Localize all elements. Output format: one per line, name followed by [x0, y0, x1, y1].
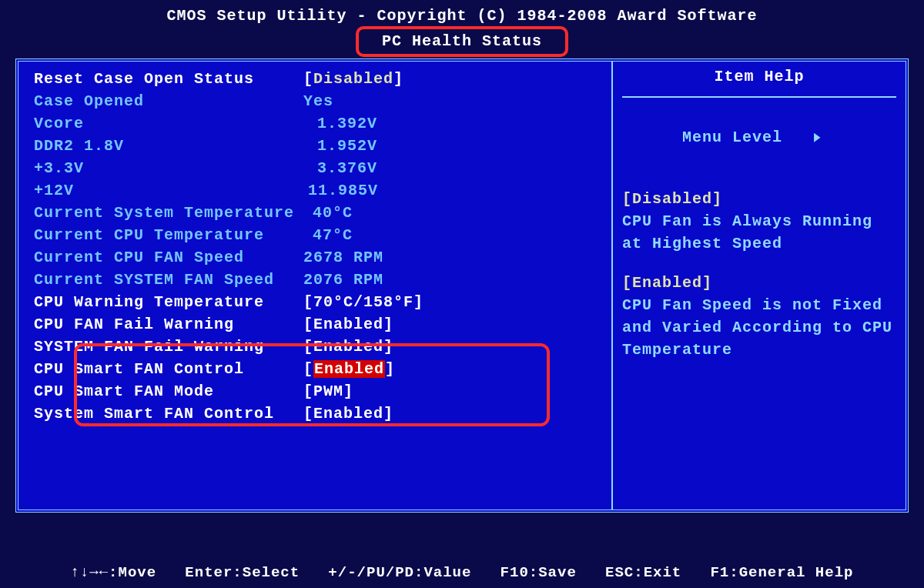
- info-value: 40°C: [303, 202, 604, 224]
- help-pane: Item Help Menu Level ▶ [Disabled] CPU Fa…: [613, 62, 906, 509]
- info-value: 1.392V: [303, 112, 604, 135]
- setting-value: [Disabled]: [303, 68, 604, 90]
- page-title: PC Health Status: [356, 26, 568, 57]
- setting-system-smart-fan-control[interactable]: System Smart FAN Control [Enabled]: [34, 403, 604, 425]
- info-label: DDR2 1.8V: [34, 135, 303, 157]
- setting-value: [70°C/158°F]: [303, 291, 604, 313]
- footer-hotkeys: ↑↓→←:Move Enter:Select +/-/PU/PD:Value F…: [15, 519, 909, 588]
- info-case-opened: Case Opened Yes: [34, 90, 604, 112]
- setting-label: Reset Case Open Status: [34, 68, 303, 90]
- info-label: +12V: [34, 179, 303, 202]
- help-heading: [Disabled]: [622, 188, 896, 210]
- info-label: Current CPU FAN Speed: [34, 246, 303, 269]
- info-value: 47°C: [303, 224, 604, 246]
- info-value: Yes: [303, 90, 604, 112]
- info-label: Current System Temperature: [34, 202, 303, 224]
- setting-label: CPU Smart FAN Mode: [34, 380, 303, 403]
- setting-cpu-warning-temperature[interactable]: CPU Warning Temperature [70°C/158°F]: [34, 291, 604, 313]
- info-12v: +12V 11.985V: [34, 179, 604, 202]
- info-cpu-temp: Current CPU Temperature 47°C: [34, 224, 604, 246]
- info-value: 3.376V: [303, 157, 604, 179]
- info-label: Current CPU Temperature: [34, 224, 303, 246]
- setting-value: [Enabled]: [303, 403, 604, 425]
- info-label: Current SYSTEM FAN Speed: [34, 269, 303, 291]
- bios-title: CMOS Setup Utility - Copyright (C) 1984-…: [15, 6, 909, 26]
- info-value: 11.985V: [303, 179, 604, 202]
- info-label: Case Opened: [34, 90, 303, 112]
- main-panel: Reset Case Open Status [Disabled] Case O…: [15, 58, 909, 513]
- setting-value: [Enabled]: [303, 358, 604, 380]
- help-title: Item Help: [622, 68, 896, 85]
- setting-label: SYSTEM FAN Fail Warning: [34, 336, 303, 358]
- setting-system-fan-fail-warning[interactable]: SYSTEM FAN Fail Warning [Enabled]: [34, 336, 604, 358]
- setting-value: [Enabled]: [303, 313, 604, 336]
- setting-label: CPU Warning Temperature: [34, 291, 303, 313]
- setting-label: CPU Smart FAN Control: [34, 358, 303, 380]
- menu-level: Menu Level ▶: [622, 104, 896, 171]
- info-value: 2678 RPM: [303, 246, 604, 269]
- setting-value: [Enabled]: [303, 336, 604, 358]
- info-cpu-fan-speed: Current CPU FAN Speed 2678 RPM: [34, 246, 604, 269]
- info-value: 1.952V: [303, 135, 604, 157]
- setting-cpu-smart-fan-mode[interactable]: CPU Smart FAN Mode [PWM]: [34, 380, 604, 403]
- info-sys-fan-speed: Current SYSTEM FAN Speed 2076 RPM: [34, 269, 604, 291]
- settings-pane: Reset Case Open Status [Disabled] Case O…: [18, 62, 613, 509]
- footer-line-1: ↑↓→←:Move Enter:Select +/-/PU/PD:Value F…: [15, 562, 909, 583]
- help-body: CPU Fan Speed is not Fixed and Varied Ac…: [622, 294, 896, 361]
- setting-label: CPU FAN Fail Warning: [34, 313, 303, 336]
- info-sys-temp: Current System Temperature 40°C: [34, 202, 604, 224]
- info-ddr2: DDR2 1.8V 1.952V: [34, 135, 604, 157]
- setting-reset-case-open-status[interactable]: Reset Case Open Status [Disabled]: [34, 68, 604, 90]
- help-section-disabled: [Disabled] CPU Fan is Always Running at …: [622, 188, 896, 255]
- info-label: Vcore: [34, 112, 303, 135]
- info-value: 2076 RPM: [303, 269, 604, 291]
- setting-cpu-smart-fan-control[interactable]: CPU Smart FAN Control [Enabled]: [34, 358, 604, 380]
- help-heading: [Enabled]: [622, 272, 896, 294]
- setting-value: [PWM]: [303, 380, 604, 403]
- info-label: +3.3V: [34, 157, 303, 179]
- help-body: CPU Fan is Always Running at Highest Spe…: [622, 210, 896, 255]
- info-3v3: +3.3V 3.376V: [34, 157, 604, 179]
- triangle-right-icon: ▶: [814, 126, 821, 149]
- setting-cpu-fan-fail-warning[interactable]: CPU FAN Fail Warning [Enabled]: [34, 313, 604, 336]
- help-section-enabled: [Enabled] CPU Fan Speed is not Fixed and…: [622, 272, 896, 361]
- info-vcore: Vcore 1.392V: [34, 112, 604, 135]
- setting-label: System Smart FAN Control: [34, 403, 303, 425]
